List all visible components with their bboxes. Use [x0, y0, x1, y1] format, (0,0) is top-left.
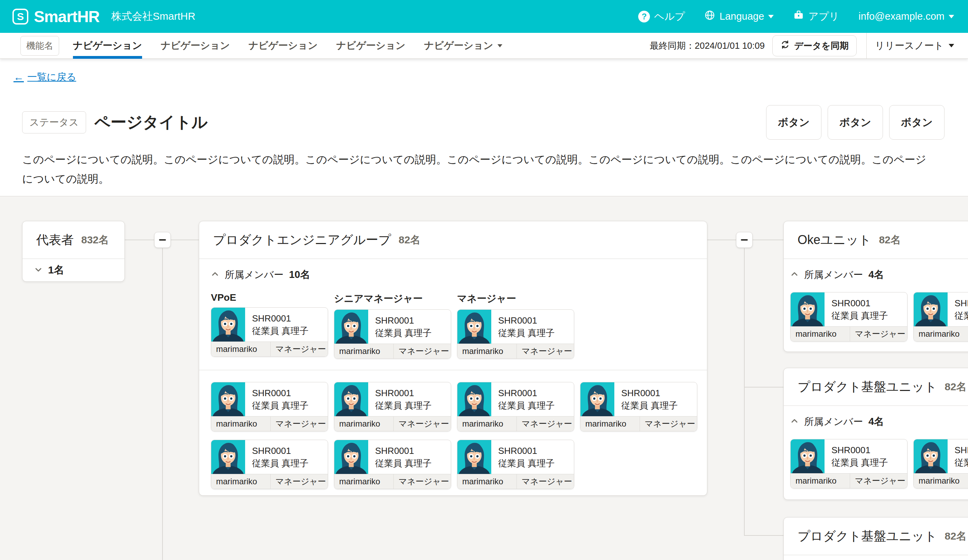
company-name: 株式会社SmartHR: [111, 9, 195, 23]
employee-card[interactable]: SHR0001 従業員 真理子 marimariko マネージャー: [211, 440, 328, 489]
employee-id: SHR0001: [375, 314, 431, 326]
action-button-2[interactable]: ボタン: [828, 105, 883, 140]
status-badge: ステータス: [22, 111, 86, 133]
employee-info: SHR0001 従業員 真理子: [491, 310, 555, 344]
employee-card[interactable]: SHR0001 従業員 真理子 marimariko マネージャー: [457, 310, 574, 359]
page-action-buttons: ボタン ボタン ボタン: [766, 105, 945, 140]
chevron-down-icon: [768, 15, 774, 18]
employee-card[interactable]: SHR0001 従業員 真理子 marimariko マネージャー: [211, 382, 328, 431]
help-menu-item[interactable]: ? ヘルプ: [638, 10, 685, 23]
employee-id: SHR0001: [498, 444, 555, 457]
app-screen: S SmartHR 株式会社SmartHR ? ヘルプ Language: [0, 0, 968, 560]
employee-role: マネージャー: [517, 344, 574, 358]
employee-card[interactable]: SHR0001 従業員 真理子 marimariko マネージャー: [334, 382, 451, 431]
employee-name: 従業員 真理子: [375, 457, 431, 469]
employee-id: SHR0001: [375, 444, 431, 457]
employee-card-top: SHR0001 従業員 真理子: [211, 440, 328, 474]
account-menu-item[interactable]: info@example.com: [859, 11, 954, 22]
employee-card[interactable]: SHR0001 従業員 真理子 marimariko マネージャー: [580, 382, 697, 431]
org-node-unit-2[interactable]: プロダクト基盤ユニット 82名 所属メンバー 4名: [783, 368, 968, 500]
employee-id: SHR0001: [621, 387, 678, 399]
employee-card[interactable]: SHR0001 従業員 真理子 marimariko マネージャー: [334, 310, 451, 359]
org-node-unit-1[interactable]: Okeユニット 82名 所属メンバー 4名: [783, 221, 968, 352]
employee-info: SHR0001 従業員 真理子: [368, 440, 431, 474]
apps-menu-item[interactable]: アプリ: [793, 10, 839, 23]
group-members-section: 所属メンバー 10名 VPoE: [199, 259, 707, 370]
tab-label: ナビゲーション: [161, 39, 230, 52]
unit-members-section: 所属メンバー 4名: [784, 406, 968, 489]
language-menu-item[interactable]: Language: [704, 10, 774, 23]
chevron-down-icon: [497, 44, 502, 47]
employee-role: マネージャー: [640, 416, 697, 431]
root-members-toggle[interactable]: 1名: [22, 259, 124, 282]
employee-username: marimariko: [457, 416, 517, 431]
employee-card-footer: marimariko マネージャー: [334, 416, 451, 431]
employee-card[interactable]: SHR0001 従業員 真理子 marimariko マネージャー: [334, 440, 451, 489]
page-description: このページについての説明。このページについての説明。このページについての説明。こ…: [22, 150, 928, 189]
employee-name: 従業員 真理子: [498, 399, 555, 412]
members-toggle[interactable]: 所属メンバー 4名: [790, 415, 968, 429]
employee-card[interactable]: SHR0001 従業員 真理子 marimariko マネージャー: [913, 292, 968, 341]
tab-navigation-5[interactable]: ナビゲーション: [424, 33, 502, 59]
action-button-3[interactable]: ボタン: [889, 105, 945, 140]
employee-card-footer: marimariko マネージャー: [211, 474, 328, 489]
connector-line: [171, 240, 199, 240]
org-node-title: プロダクトエンジニアグループ: [213, 232, 391, 249]
org-node-unit-3[interactable]: プロダクト基盤ユニット 82名: [783, 517, 968, 560]
employee-avatar: [334, 310, 368, 344]
release-notes-label: リリースノート: [875, 39, 944, 52]
connector-line: [162, 248, 163, 560]
employee-avatar: [457, 440, 491, 474]
members-count: 10名: [289, 268, 310, 282]
sync-data-button[interactable]: データを同期: [772, 35, 857, 56]
chevron-down-icon: [34, 265, 43, 275]
feature-name-badge: 機能名: [20, 36, 59, 56]
employee-card[interactable]: SHR0001 従業員 真理子 marimariko マネージャー: [211, 307, 328, 357]
employee-avatar: [211, 440, 245, 474]
org-node-title: プロダクト基盤ユニット: [797, 528, 937, 545]
employee-card[interactable]: SHR0001 従業員 真理子 marimariko マネージャー: [790, 292, 907, 341]
employee-username: marimariko: [914, 326, 968, 341]
back-to-list-link[interactable]: ← 一覧に戻る: [13, 71, 76, 84]
members-row: SHR0001 従業員 真理子 marimariko マネージャー: [790, 439, 968, 489]
org-node-group[interactable]: プロダクトエンジニアグループ 82名 所属メンバー 10名 VPoE: [199, 221, 707, 496]
employee-card[interactable]: SHR0001 従業員 真理子 marimariko マネージャー: [457, 440, 574, 489]
employee-name: 従業員 真理子: [252, 325, 308, 337]
role-column: シニアマネージャー: [334, 292, 451, 359]
employee-username: marimariko: [211, 342, 271, 356]
employee-card[interactable]: SHR0001 従業員 真理子 marimariko マネージャー: [457, 382, 574, 431]
org-node-root[interactable]: 代表者 832名 1名: [22, 221, 125, 282]
employee-avatar: [791, 292, 824, 326]
employee-username: marimariko: [457, 344, 517, 358]
employee-card[interactable]: SHR0001 従業員 真理子 marimariko マネージャー: [913, 439, 968, 489]
employee-role: マネージャー: [394, 416, 451, 431]
collapse-branch-button[interactable]: [154, 232, 171, 248]
employee-card-top: SHR0001 従業員 真理子: [580, 382, 697, 416]
employee-card-top: SHR0001 従業員 真理子: [211, 308, 328, 341]
org-node-count: 832名: [81, 233, 109, 247]
employee-role: マネージャー: [271, 416, 328, 431]
members-toggle[interactable]: 所属メンバー 10名: [211, 268, 695, 282]
divider: [784, 555, 968, 555]
tab-label: ナビゲーション: [73, 39, 142, 52]
employee-card-top: SHR0001 従業員 真理子: [791, 439, 907, 473]
tab-navigation-1[interactable]: ナビゲーション: [73, 33, 142, 59]
employee-info: SHR0001 従業員 真理子: [948, 292, 968, 326]
employee-card-footer: marimariko マネージャー: [457, 474, 574, 489]
employee-role: マネージャー: [517, 474, 574, 489]
help-icon: ?: [638, 11, 650, 22]
group-members-grid: SHR0001 従業員 真理子 marimariko マネージャー: [199, 382, 707, 489]
employee-card-top: SHR0001 従業員 真理子: [914, 439, 968, 473]
action-button-1[interactable]: ボタン: [766, 105, 821, 140]
role-label: マネージャー: [457, 292, 574, 305]
employee-card[interactable]: SHR0001 従業員 真理子 marimariko マネージャー: [790, 439, 907, 489]
smarthr-logo[interactable]: S SmartHR: [12, 7, 99, 26]
tab-navigation-3[interactable]: ナビゲーション: [249, 33, 318, 59]
release-notes-dropdown[interactable]: リリースノート: [867, 39, 968, 52]
tab-navigation-4[interactable]: ナビゲーション: [336, 33, 406, 59]
employee-avatar: [914, 292, 948, 326]
members-toggle[interactable]: 所属メンバー 4名: [790, 268, 968, 282]
employee-card-footer: marimariko マネージャー: [791, 473, 907, 488]
tab-navigation-2[interactable]: ナビゲーション: [161, 33, 230, 59]
collapse-branch-button[interactable]: [736, 232, 753, 248]
